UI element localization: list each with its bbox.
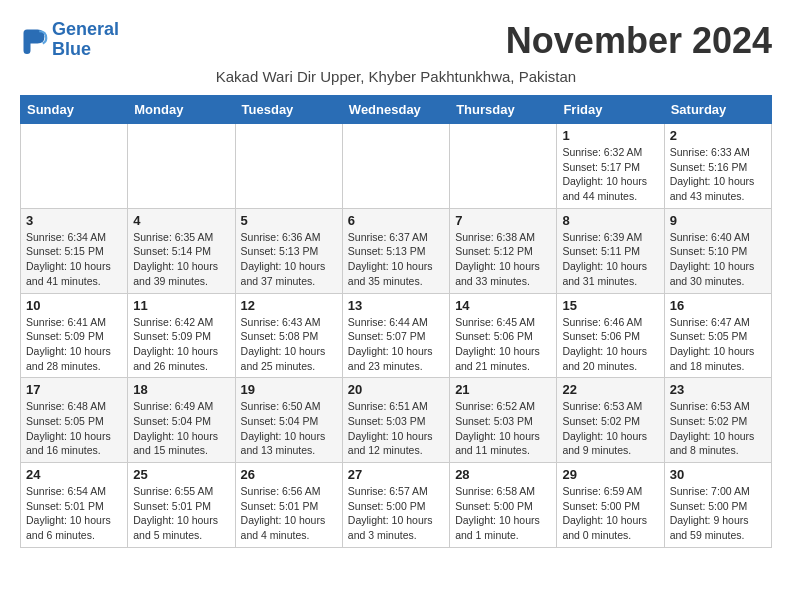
calendar-cell: 14Sunrise: 6:45 AM Sunset: 5:06 PM Dayli…	[450, 293, 557, 378]
calendar-cell: 27Sunrise: 6:57 AM Sunset: 5:00 PM Dayli…	[342, 463, 449, 548]
day-number: 9	[670, 213, 766, 228]
calendar-cell	[128, 124, 235, 209]
calendar-cell: 17Sunrise: 6:48 AM Sunset: 5:05 PM Dayli…	[21, 378, 128, 463]
calendar-table: SundayMondayTuesdayWednesdayThursdayFrid…	[20, 95, 772, 548]
day-info: Sunrise: 6:56 AM Sunset: 5:01 PM Dayligh…	[241, 484, 337, 543]
day-number: 4	[133, 213, 229, 228]
day-info: Sunrise: 6:36 AM Sunset: 5:13 PM Dayligh…	[241, 230, 337, 289]
day-info: Sunrise: 6:33 AM Sunset: 5:16 PM Dayligh…	[670, 145, 766, 204]
day-info: Sunrise: 6:57 AM Sunset: 5:00 PM Dayligh…	[348, 484, 444, 543]
day-info: Sunrise: 6:51 AM Sunset: 5:03 PM Dayligh…	[348, 399, 444, 458]
day-info: Sunrise: 6:52 AM Sunset: 5:03 PM Dayligh…	[455, 399, 551, 458]
day-number: 22	[562, 382, 658, 397]
calendar-cell: 11Sunrise: 6:42 AM Sunset: 5:09 PM Dayli…	[128, 293, 235, 378]
calendar-cell: 23Sunrise: 6:53 AM Sunset: 5:02 PM Dayli…	[664, 378, 771, 463]
day-info: Sunrise: 6:47 AM Sunset: 5:05 PM Dayligh…	[670, 315, 766, 374]
day-info: Sunrise: 6:45 AM Sunset: 5:06 PM Dayligh…	[455, 315, 551, 374]
day-number: 6	[348, 213, 444, 228]
day-info: Sunrise: 6:55 AM Sunset: 5:01 PM Dayligh…	[133, 484, 229, 543]
weekday-header-row: SundayMondayTuesdayWednesdayThursdayFrid…	[21, 96, 772, 124]
calendar-cell: 10Sunrise: 6:41 AM Sunset: 5:09 PM Dayli…	[21, 293, 128, 378]
calendar-cell: 12Sunrise: 6:43 AM Sunset: 5:08 PM Dayli…	[235, 293, 342, 378]
weekday-header-thursday: Thursday	[450, 96, 557, 124]
weekday-header-tuesday: Tuesday	[235, 96, 342, 124]
subtitle: Kakad Wari Dir Upper, Khyber Pakhtunkhwa…	[20, 68, 772, 85]
day-info: Sunrise: 6:53 AM Sunset: 5:02 PM Dayligh…	[670, 399, 766, 458]
calendar-cell: 15Sunrise: 6:46 AM Sunset: 5:06 PM Dayli…	[557, 293, 664, 378]
day-info: Sunrise: 6:38 AM Sunset: 5:12 PM Dayligh…	[455, 230, 551, 289]
day-number: 21	[455, 382, 551, 397]
day-info: Sunrise: 6:58 AM Sunset: 5:00 PM Dayligh…	[455, 484, 551, 543]
day-info: Sunrise: 6:46 AM Sunset: 5:06 PM Dayligh…	[562, 315, 658, 374]
day-number: 16	[670, 298, 766, 313]
calendar-cell: 7Sunrise: 6:38 AM Sunset: 5:12 PM Daylig…	[450, 208, 557, 293]
day-number: 17	[26, 382, 122, 397]
day-info: Sunrise: 6:42 AM Sunset: 5:09 PM Dayligh…	[133, 315, 229, 374]
day-number: 29	[562, 467, 658, 482]
day-info: Sunrise: 6:54 AM Sunset: 5:01 PM Dayligh…	[26, 484, 122, 543]
calendar-cell: 19Sunrise: 6:50 AM Sunset: 5:04 PM Dayli…	[235, 378, 342, 463]
calendar-cell: 4Sunrise: 6:35 AM Sunset: 5:14 PM Daylig…	[128, 208, 235, 293]
calendar-cell: 5Sunrise: 6:36 AM Sunset: 5:13 PM Daylig…	[235, 208, 342, 293]
weekday-header-wednesday: Wednesday	[342, 96, 449, 124]
calendar-cell: 1Sunrise: 6:32 AM Sunset: 5:17 PM Daylig…	[557, 124, 664, 209]
day-number: 1	[562, 128, 658, 143]
day-number: 30	[670, 467, 766, 482]
day-number: 3	[26, 213, 122, 228]
day-number: 10	[26, 298, 122, 313]
day-number: 25	[133, 467, 229, 482]
day-number: 13	[348, 298, 444, 313]
weekday-header-saturday: Saturday	[664, 96, 771, 124]
day-info: Sunrise: 6:39 AM Sunset: 5:11 PM Dayligh…	[562, 230, 658, 289]
day-number: 8	[562, 213, 658, 228]
calendar-cell: 25Sunrise: 6:55 AM Sunset: 5:01 PM Dayli…	[128, 463, 235, 548]
calendar-week-4: 17Sunrise: 6:48 AM Sunset: 5:05 PM Dayli…	[21, 378, 772, 463]
day-info: Sunrise: 6:48 AM Sunset: 5:05 PM Dayligh…	[26, 399, 122, 458]
calendar-cell: 3Sunrise: 6:34 AM Sunset: 5:15 PM Daylig…	[21, 208, 128, 293]
weekday-header-monday: Monday	[128, 96, 235, 124]
day-number: 20	[348, 382, 444, 397]
calendar-cell: 6Sunrise: 6:37 AM Sunset: 5:13 PM Daylig…	[342, 208, 449, 293]
calendar-week-1: 1Sunrise: 6:32 AM Sunset: 5:17 PM Daylig…	[21, 124, 772, 209]
calendar-cell: 21Sunrise: 6:52 AM Sunset: 5:03 PM Dayli…	[450, 378, 557, 463]
day-number: 15	[562, 298, 658, 313]
calendar-week-3: 10Sunrise: 6:41 AM Sunset: 5:09 PM Dayli…	[21, 293, 772, 378]
day-info: Sunrise: 6:34 AM Sunset: 5:15 PM Dayligh…	[26, 230, 122, 289]
day-number: 11	[133, 298, 229, 313]
day-number: 12	[241, 298, 337, 313]
day-number: 19	[241, 382, 337, 397]
calendar-cell: 29Sunrise: 6:59 AM Sunset: 5:00 PM Dayli…	[557, 463, 664, 548]
calendar-cell: 28Sunrise: 6:58 AM Sunset: 5:00 PM Dayli…	[450, 463, 557, 548]
calendar-cell: 20Sunrise: 6:51 AM Sunset: 5:03 PM Dayli…	[342, 378, 449, 463]
calendar-cell: 13Sunrise: 6:44 AM Sunset: 5:07 PM Dayli…	[342, 293, 449, 378]
logo-icon	[20, 26, 48, 54]
logo-text: General Blue	[52, 20, 119, 60]
day-info: Sunrise: 6:37 AM Sunset: 5:13 PM Dayligh…	[348, 230, 444, 289]
calendar-cell: 24Sunrise: 6:54 AM Sunset: 5:01 PM Dayli…	[21, 463, 128, 548]
logo: General Blue	[20, 20, 119, 60]
day-info: Sunrise: 6:44 AM Sunset: 5:07 PM Dayligh…	[348, 315, 444, 374]
calendar-body: 1Sunrise: 6:32 AM Sunset: 5:17 PM Daylig…	[21, 124, 772, 548]
calendar-cell	[235, 124, 342, 209]
day-info: Sunrise: 6:49 AM Sunset: 5:04 PM Dayligh…	[133, 399, 229, 458]
day-number: 24	[26, 467, 122, 482]
day-info: Sunrise: 6:50 AM Sunset: 5:04 PM Dayligh…	[241, 399, 337, 458]
calendar-week-5: 24Sunrise: 6:54 AM Sunset: 5:01 PM Dayli…	[21, 463, 772, 548]
day-number: 7	[455, 213, 551, 228]
day-number: 28	[455, 467, 551, 482]
day-number: 14	[455, 298, 551, 313]
day-info: Sunrise: 6:59 AM Sunset: 5:00 PM Dayligh…	[562, 484, 658, 543]
weekday-header-friday: Friday	[557, 96, 664, 124]
day-number: 27	[348, 467, 444, 482]
day-number: 5	[241, 213, 337, 228]
weekday-header-sunday: Sunday	[21, 96, 128, 124]
day-info: Sunrise: 6:53 AM Sunset: 5:02 PM Dayligh…	[562, 399, 658, 458]
calendar-cell	[21, 124, 128, 209]
calendar-cell: 9Sunrise: 6:40 AM Sunset: 5:10 PM Daylig…	[664, 208, 771, 293]
calendar-cell: 16Sunrise: 6:47 AM Sunset: 5:05 PM Dayli…	[664, 293, 771, 378]
calendar-cell: 26Sunrise: 6:56 AM Sunset: 5:01 PM Dayli…	[235, 463, 342, 548]
day-info: Sunrise: 6:41 AM Sunset: 5:09 PM Dayligh…	[26, 315, 122, 374]
day-info: Sunrise: 6:32 AM Sunset: 5:17 PM Dayligh…	[562, 145, 658, 204]
calendar-cell: 8Sunrise: 6:39 AM Sunset: 5:11 PM Daylig…	[557, 208, 664, 293]
day-info: Sunrise: 7:00 AM Sunset: 5:00 PM Dayligh…	[670, 484, 766, 543]
